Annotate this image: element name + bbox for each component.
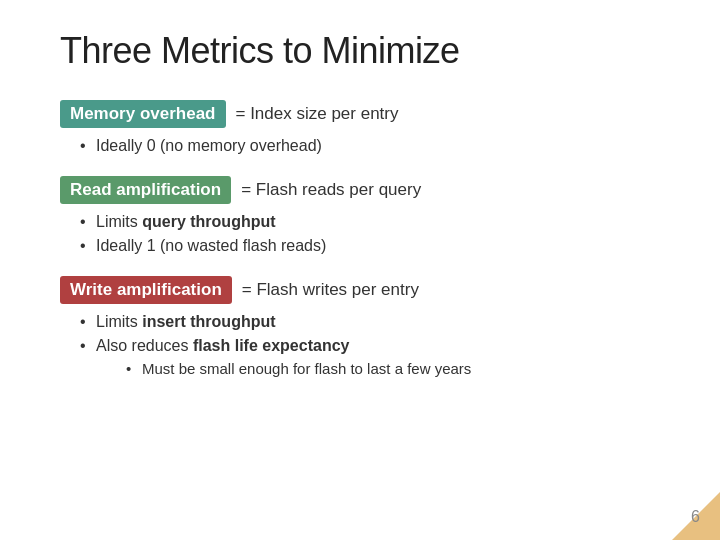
read-amplification-description: = Flash reads per query bbox=[241, 180, 421, 200]
section-read-amplification: Read amplification = Flash reads per que… bbox=[60, 176, 660, 258]
badge-row-read: Read amplification = Flash reads per que… bbox=[60, 176, 660, 204]
bullet-write-1: Limits insert throughput bbox=[80, 310, 660, 334]
bullet-read-2: Ideally 1 (no wasted flash reads) bbox=[80, 234, 660, 258]
write-sub-bullets: Must be small enough for flash to last a… bbox=[96, 358, 660, 381]
badge-row-write: Write amplification = Flash writes per e… bbox=[60, 276, 660, 304]
memory-overhead-bullets: Ideally 0 (no memory overhead) bbox=[60, 134, 660, 158]
write-amplification-bullets: Limits insert throughput Also reduces fl… bbox=[60, 310, 660, 381]
badge-row-memory: Memory overhead = Index size per entry bbox=[60, 100, 660, 128]
section-write-amplification: Write amplification = Flash writes per e… bbox=[60, 276, 660, 381]
memory-overhead-description: = Index size per entry bbox=[236, 104, 399, 124]
write-amplification-description: = Flash writes per entry bbox=[242, 280, 419, 300]
section-memory-overhead: Memory overhead = Index size per entry I… bbox=[60, 100, 660, 158]
badge-read-amplification: Read amplification bbox=[60, 176, 231, 204]
bullet-write-2: Also reduces flash life expectancy Must … bbox=[80, 334, 660, 381]
slide: Three Metrics to Minimize Memory overhea… bbox=[0, 0, 720, 540]
badge-memory-overhead: Memory overhead bbox=[60, 100, 226, 128]
badge-write-amplification: Write amplification bbox=[60, 276, 232, 304]
bullet-read-1: Limits query throughput bbox=[80, 210, 660, 234]
sub-bullet-write-1: Must be small enough for flash to last a… bbox=[126, 358, 660, 381]
page-number: 6 bbox=[691, 508, 700, 526]
bullet-memory-1: Ideally 0 (no memory overhead) bbox=[80, 134, 660, 158]
read-amplification-bullets: Limits query throughput Ideally 1 (no wa… bbox=[60, 210, 660, 258]
slide-title: Three Metrics to Minimize bbox=[60, 30, 660, 72]
